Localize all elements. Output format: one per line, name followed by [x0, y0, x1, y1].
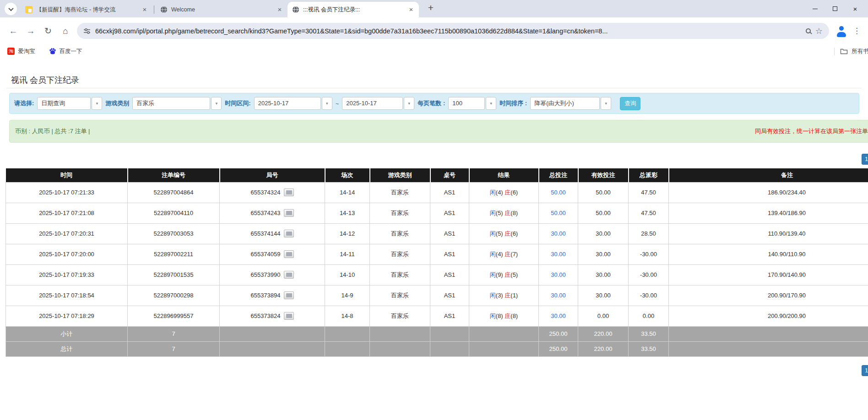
bookmark-taobao[interactable]: 淘 爱淘宝: [7, 48, 35, 55]
close-icon[interactable]: ×: [407, 5, 415, 14]
total-bet-cell: 30.00: [539, 306, 578, 326]
game-type-label: 游戏类别: [105, 99, 129, 108]
empty-cell: [669, 341, 868, 356]
bookmark-baidu[interactable]: 百度一下: [49, 48, 82, 55]
url-text[interactable]: 66cxkj98.com/ipl/portal.php/game/betreco…: [95, 27, 801, 35]
video-replay-icon[interactable]: [284, 291, 294, 299]
all-bookmarks-button[interactable]: 所有书签: [834, 44, 868, 58]
table-number-cell: AS1: [430, 203, 469, 223]
game-type-value[interactable]: 百家乐: [132, 97, 210, 110]
total-bet-cell: 30.00: [539, 285, 578, 306]
video-replay-icon[interactable]: [284, 271, 294, 279]
zoom-icon[interactable]: [806, 28, 811, 33]
query-type-select[interactable]: 日期查询 ▼: [37, 97, 102, 110]
bookmark-star-icon[interactable]: ☆: [815, 26, 823, 36]
total-bet-link[interactable]: 50.00: [551, 189, 566, 196]
banker-result: 庄: [505, 312, 510, 319]
sort-value[interactable]: 降幂(由大到小): [530, 97, 600, 110]
empty-cell: [370, 326, 430, 341]
back-button[interactable]: ←: [5, 22, 22, 40]
home-button[interactable]: ⌂: [57, 22, 74, 40]
date-from-select[interactable]: 2025-10-17 ▼: [254, 97, 332, 110]
total-bet-cell: 50.00: [539, 182, 578, 203]
new-tab-button[interactable]: +: [424, 2, 437, 15]
filter-panel: 请选择: 日期查询 ▼ 游戏类别 百家乐 ▼ 时间区间: 2025-10-17 …: [9, 93, 859, 114]
close-icon[interactable]: ×: [141, 5, 149, 14]
chevron-down-icon[interactable]: ▼: [322, 97, 332, 110]
profile-avatar[interactable]: [835, 25, 847, 37]
tab-welcome[interactable]: Welcome ×: [156, 2, 288, 17]
tab-bet-records-active[interactable]: :::视讯 会员下注纪录::: ×: [288, 2, 419, 17]
date-to-value[interactable]: 2025-10-17: [342, 97, 403, 110]
video-replay-icon[interactable]: [284, 188, 294, 196]
date-to-select[interactable]: 2025-10-17 ▼: [342, 97, 414, 110]
banker-result: 庄: [505, 251, 510, 258]
column-header: 场次: [325, 168, 370, 182]
window-controls: ×: [805, 0, 865, 17]
close-window-button[interactable]: ×: [845, 0, 865, 17]
round-number: 655373990: [250, 271, 280, 278]
total-bet-link[interactable]: 30.00: [551, 271, 566, 278]
banker-result: 庄: [505, 189, 510, 196]
total-bet-link[interactable]: 30.00: [551, 312, 566, 319]
bet-table-body: 2025-10-17 07:21:33522897004864655374324…: [6, 182, 868, 326]
total-bet-link[interactable]: 30.00: [551, 251, 566, 258]
per-page-value[interactable]: 100: [448, 97, 485, 110]
summary-label-cell: 小计: [6, 326, 128, 341]
round-number-cell: 655373990: [220, 264, 325, 285]
date-from-value[interactable]: 2025-10-17: [254, 97, 321, 110]
forward-button[interactable]: →: [22, 22, 39, 40]
chevron-down-icon[interactable]: ▼: [601, 97, 611, 110]
table-header-row: 时间注单编号局号场次游戏类别桌号结果总投注有效投注总派彩备注: [6, 168, 868, 182]
total-bet-cell: 30.00: [539, 264, 578, 285]
total-bet-cell: 30.00: [539, 223, 578, 244]
maximize-button[interactable]: [825, 0, 845, 17]
minimize-button[interactable]: [805, 0, 825, 17]
chevron-down-icon[interactable]: ▼: [92, 97, 102, 110]
per-page-select[interactable]: 100 ▼: [448, 97, 496, 110]
site-settings-icon[interactable]: [83, 27, 91, 35]
round-number: 655374059: [250, 251, 280, 258]
bet-number-cell: 522897002211: [128, 244, 220, 264]
chevron-down-icon[interactable]: ▼: [486, 97, 496, 110]
pagination-page-1[interactable]: 1: [862, 154, 868, 165]
sort-select[interactable]: 降幂(由大到小) ▼: [530, 97, 611, 110]
chevron-down-icon: [8, 5, 13, 11]
total-bet-link[interactable]: 30.00: [551, 230, 566, 237]
query-type-value[interactable]: 日期查询: [37, 97, 91, 110]
payout-cell: 28.50: [629, 223, 669, 244]
search-button[interactable]: 查询: [620, 97, 640, 110]
pagination-page-1[interactable]: 1: [862, 365, 868, 376]
total-bet-link[interactable]: 50.00: [551, 210, 566, 216]
reload-button[interactable]: ↻: [39, 22, 57, 40]
video-replay-icon[interactable]: [284, 230, 294, 237]
bet-table-footer: 小计7250.00220.0033.50总计7250.00220.0033.50: [6, 326, 868, 356]
forum-favicon-icon: [25, 6, 33, 13]
tab-search-button[interactable]: [5, 3, 17, 15]
close-icon[interactable]: ×: [276, 5, 284, 14]
valid-bet-cell: 50.00: [578, 203, 629, 223]
column-header: 备注: [669, 168, 868, 182]
video-replay-icon[interactable]: [284, 312, 294, 320]
tab-forum[interactable]: 【新提醒】海燕论坛 - 博学交流 ×: [21, 2, 152, 17]
video-replay-icon[interactable]: [284, 250, 294, 258]
time-cell: 2025-10-17 07:18:29: [6, 306, 128, 326]
video-replay-icon[interactable]: [284, 209, 294, 217]
column-header: 有效投注: [578, 168, 629, 182]
valid-bet-cell: 50.00: [578, 182, 629, 203]
empty-cell: [325, 326, 370, 341]
column-header: 时间: [6, 168, 128, 182]
game-type-select[interactable]: 百家乐 ▼: [132, 97, 222, 110]
column-header: 局号: [220, 168, 325, 182]
total-bet-link[interactable]: 30.00: [551, 292, 566, 299]
tab-title: :::视讯 会员下注纪录:::: [303, 6, 403, 14]
bet-number-cell: 522897003053: [128, 223, 220, 244]
chevron-down-icon[interactable]: ▼: [211, 97, 222, 110]
table-row: 2025-10-17 07:20:31522897003053655374144…: [6, 223, 868, 244]
address-bar[interactable]: 66cxkj98.com/ipl/portal.php/game/betreco…: [77, 23, 829, 39]
summary-row: 总计7250.00220.0033.50: [6, 341, 868, 356]
globe-icon: [160, 6, 168, 13]
browser-menu-icon[interactable]: ⋮: [850, 26, 863, 36]
column-header: 桌号: [430, 168, 469, 182]
chevron-down-icon[interactable]: ▼: [404, 97, 414, 110]
